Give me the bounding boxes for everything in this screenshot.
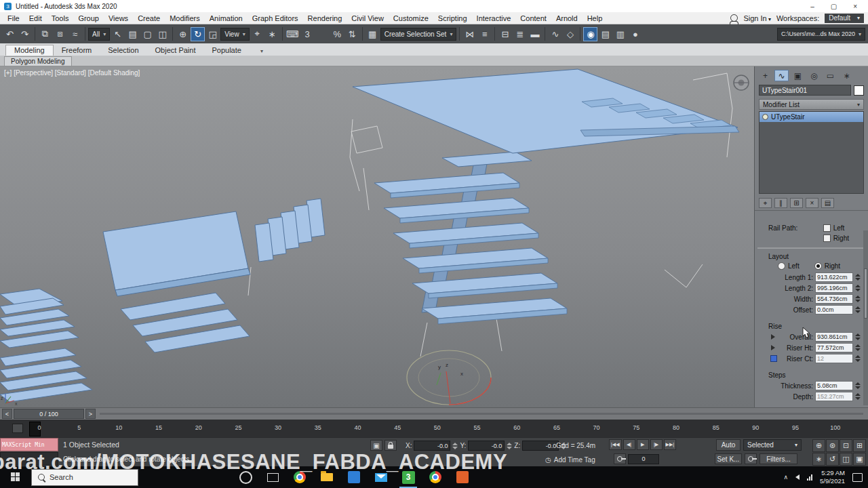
taskbar-search-box[interactable]: Search xyxy=(31,469,138,486)
left-stair-object[interactable] xyxy=(103,199,325,352)
key-filters-icon[interactable] xyxy=(745,453,757,464)
action-center-icon[interactable] xyxy=(852,473,863,482)
tab-modeling[interactable]: Modeling xyxy=(5,45,54,56)
schematic-view-icon[interactable]: ◇ xyxy=(563,27,577,41)
depth-spinner[interactable] xyxy=(855,393,861,400)
stack-item-utypestair[interactable]: UTypeStair xyxy=(760,112,863,122)
depth-field[interactable]: 152.27cm xyxy=(815,392,853,401)
width-spinner[interactable] xyxy=(855,296,861,302)
menu-views[interactable]: Views xyxy=(104,14,133,22)
menu-edit[interactable]: Edit xyxy=(24,14,47,22)
chrome-icon[interactable] xyxy=(286,466,313,488)
layout-left-radio[interactable] xyxy=(778,262,785,270)
configure-modifier-sets-icon[interactable]: ▤ xyxy=(821,198,834,208)
workspace-dropdown[interactable]: Default xyxy=(825,14,864,23)
motion-tab-icon[interactable]: ◎ xyxy=(807,70,821,81)
utilities-tab-icon[interactable]: ∗ xyxy=(840,70,854,81)
selection-lock-icon[interactable] xyxy=(384,440,397,451)
polygon-modeling-panel[interactable]: Polygon Modeling xyxy=(4,56,72,66)
overall-spinner[interactable] xyxy=(855,333,861,340)
width-field[interactable]: 554.736cm xyxy=(815,294,853,304)
zoom-extents-icon[interactable]: ⊡ xyxy=(840,439,852,452)
display-tab-icon[interactable]: ▭ xyxy=(823,70,837,81)
window-crossing-icon[interactable]: ◫ xyxy=(155,27,170,41)
isolate-selection-icon[interactable]: ▣ xyxy=(370,440,382,451)
menu-create[interactable]: Create xyxy=(133,14,165,22)
auto-key-button[interactable]: Auto xyxy=(716,439,741,451)
scrollbar-thumb[interactable] xyxy=(864,268,867,319)
modifier-list-dropdown[interactable]: Modifier List xyxy=(759,99,864,110)
create-selection-set-dropdown[interactable]: Create Selection Set xyxy=(380,28,457,41)
tab-populate[interactable]: Populate xyxy=(203,45,249,56)
menu-help[interactable]: Help xyxy=(583,14,608,22)
set-key-button[interactable]: Set K... xyxy=(715,453,742,464)
offset-field[interactable]: 0.0cm xyxy=(815,305,853,314)
panel-scrollbar[interactable] xyxy=(863,230,868,405)
thickness-field[interactable]: 5.08cm xyxy=(815,381,853,390)
layout-right-radio[interactable] xyxy=(814,262,822,270)
sign-in-button[interactable]: Sign In xyxy=(743,14,771,22)
menu-tools[interactable]: Tools xyxy=(47,14,74,22)
layer-explorer-icon[interactable]: ≣ xyxy=(513,27,527,41)
use-pivot-icon[interactable]: ⌖ xyxy=(250,27,264,41)
render-production-icon[interactable]: ● xyxy=(628,27,642,41)
cortana-icon[interactable] xyxy=(232,466,259,488)
previous-frame-button[interactable]: < xyxy=(2,409,12,419)
field-of-view-icon[interactable]: ◫ xyxy=(840,453,852,466)
maxscript-mini-listener[interactable]: MAXScript Min xyxy=(0,438,58,451)
menu-scripting[interactable]: Scripting xyxy=(433,14,472,22)
track-bar[interactable]: 0510152025303540455055606570758085909510… xyxy=(0,420,868,437)
material-editor-icon[interactable]: ◉ xyxy=(583,27,597,41)
add-time-tag[interactable]: ◷ Add Time Tag xyxy=(545,456,595,464)
y-spinner[interactable] xyxy=(507,443,512,449)
task-view-icon[interactable] xyxy=(259,466,286,488)
viewport-label[interactable]: [+] [Perspective] [Standard] [Default Sh… xyxy=(4,69,140,77)
length1-field[interactable]: 913.622cm xyxy=(815,272,853,282)
thickness-spinner[interactable] xyxy=(855,382,861,389)
select-object-icon[interactable]: ↖ xyxy=(111,27,125,41)
tab-object-paint[interactable]: Object Paint xyxy=(147,45,204,56)
offset-spinner[interactable] xyxy=(855,306,861,313)
pan-icon[interactable]: ∗ xyxy=(812,453,825,466)
riser-ct-field[interactable]: 12 xyxy=(815,354,853,363)
tab-freeform[interactable]: Freeform xyxy=(54,45,100,56)
next-frame-button[interactable]: > xyxy=(85,409,96,419)
riser-ht-lock-icon[interactable] xyxy=(771,345,775,350)
next-frame-transport-button[interactable]: |▶ xyxy=(650,439,663,450)
volume-icon[interactable] xyxy=(795,474,800,480)
visibility-bulb-icon[interactable] xyxy=(762,114,768,120)
play-button[interactable]: ▶ xyxy=(637,439,649,450)
riser-ht-spinner[interactable] xyxy=(855,344,861,351)
select-link-icon[interactable]: ⧉ xyxy=(38,27,52,41)
taskbar-clock[interactable]: 5:29 AM 5/9/2021 xyxy=(820,469,845,485)
zoom-icon[interactable]: ⊕ xyxy=(812,439,825,452)
rendered-frame-icon[interactable]: ▥ xyxy=(613,27,627,41)
menu-modifiers[interactable]: Modifiers xyxy=(165,14,205,22)
maximize-button[interactable]: ▢ xyxy=(831,3,837,10)
ribbon-toggle-icon[interactable]: ▬ xyxy=(528,27,542,41)
key-filter-selected-dropdown[interactable]: Selected xyxy=(743,439,802,451)
bottom-left-stair-object[interactable] xyxy=(0,289,92,402)
align-icon[interactable]: ≡ xyxy=(477,27,492,41)
time-slider-track[interactable] xyxy=(100,413,863,415)
rail-left-checkbox[interactable] xyxy=(823,224,831,232)
maxscript-listener-pane[interactable] xyxy=(0,452,58,466)
menu-file[interactable]: File xyxy=(3,14,24,22)
hierarchy-tab-icon[interactable]: ▣ xyxy=(791,70,805,81)
trackbar-options-icon[interactable] xyxy=(12,424,23,433)
scene-explorer-icon[interactable]: ⊟ xyxy=(498,27,512,41)
key-mode-toggle-icon[interactable] xyxy=(614,453,626,464)
file-explorer-icon[interactable] xyxy=(313,466,340,488)
bind-spacewarp-icon[interactable]: ≈ xyxy=(68,27,82,41)
tray-chevron-icon[interactable]: ∧ xyxy=(783,474,788,481)
mail-icon[interactable] xyxy=(368,466,395,488)
filters-button[interactable]: Filters... xyxy=(760,453,797,464)
minimize-button[interactable]: – xyxy=(810,3,814,10)
named-selection-sets-icon[interactable]: ▦ xyxy=(366,27,380,41)
create-tab-icon[interactable]: + xyxy=(758,70,772,81)
keyboard-override-icon[interactable]: ⌨ xyxy=(285,27,300,41)
selection-filter-dropdown[interactable]: All xyxy=(88,28,110,41)
x-coordinate-field[interactable]: -0.0 xyxy=(414,441,450,451)
show-end-result-icon[interactable]: ∥ xyxy=(774,198,787,208)
redo-icon[interactable]: ↷ xyxy=(18,27,32,41)
